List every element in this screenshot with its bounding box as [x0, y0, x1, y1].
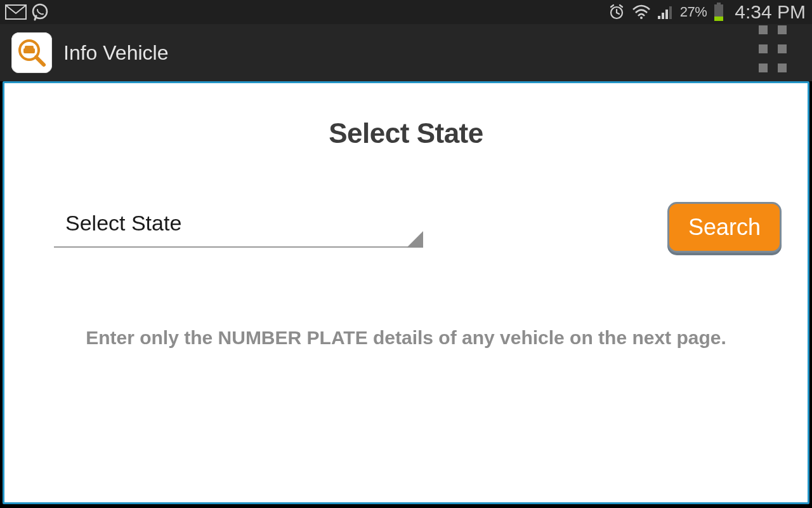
app-title: Info Vehicle [63, 41, 168, 65]
app-icon [11, 32, 52, 73]
svg-rect-5 [662, 13, 664, 19]
clock: 4:34 PM [735, 1, 806, 23]
svg-rect-4 [658, 16, 660, 19]
svg-rect-12 [23, 48, 35, 53]
battery-percent: 27% [680, 4, 707, 20]
svg-line-14 [36, 57, 44, 65]
state-spinner-value: Select State [65, 211, 181, 236]
battery-icon [713, 3, 724, 22]
svg-point-3 [640, 17, 643, 19]
status-notifications [5, 3, 49, 22]
mail-icon [5, 4, 27, 20]
status-bar: 27% 4:34 PM [0, 0, 812, 24]
svg-rect-7 [669, 6, 672, 19]
hint-text: Enter only the NUMBER PLATE details of a… [4, 327, 808, 349]
status-right: 27% 4:34 PM [608, 1, 807, 23]
search-button[interactable]: Search [669, 204, 780, 251]
action-bar: Info Vehicle [0, 24, 812, 81]
whatsapp-icon [30, 3, 49, 22]
chevron-down-icon [407, 231, 423, 248]
page-heading: Select State [4, 117, 808, 149]
overflow-menu-icon[interactable] [759, 25, 787, 72]
svg-rect-8 [717, 3, 721, 4]
state-spinner[interactable]: Select State [54, 207, 422, 248]
wifi-icon [632, 4, 651, 20]
svg-rect-13 [25, 46, 34, 49]
svg-rect-10 [714, 17, 723, 21]
main-card: Select State Select State Search Enter o… [3, 81, 809, 504]
svg-rect-6 [665, 10, 668, 19]
alarm-icon [608, 3, 625, 21]
signal-icon [657, 4, 674, 20]
